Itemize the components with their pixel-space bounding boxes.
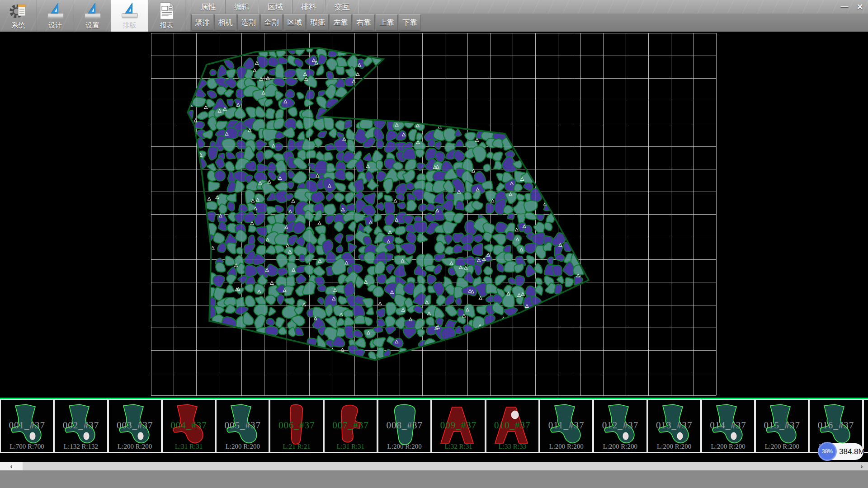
scroll-right-arrow-icon[interactable]: › (856, 462, 867, 470)
part-id-label: 007_#37 (325, 419, 377, 431)
part-count-label: L:31 R:31 (163, 443, 215, 450)
part-thumbnail[interactable]: 004_#37L:31 R:31 (162, 399, 216, 453)
part-count-label: L:31 R:31 (325, 443, 377, 450)
part-count-label: L:132 R:132 (55, 443, 107, 450)
memory-value: 384.8M (839, 443, 865, 460)
settings-button-label: 设置 (86, 21, 99, 30)
report-icon (157, 1, 177, 21)
part-id-label: 017_#37 (864, 419, 868, 431)
snap-left-button[interactable]: 左靠 (330, 14, 352, 31)
tab-nesting[interactable]: 排料 (292, 0, 326, 14)
part-hole (138, 432, 143, 440)
part-id-label: 008_#37 (378, 419, 430, 431)
layout-button-label: 排版 (123, 21, 137, 30)
part-id-label: 009_#37 (432, 419, 484, 431)
gear-icon (9, 1, 28, 21)
part-id-label: 016_#37 (810, 419, 862, 431)
action-button-row: 聚排 相机 选割 全割 区域 瑕疵 左靠 右靠 上靠 下靠 (190, 14, 868, 32)
part-count-label: L:33 R:33 (486, 443, 538, 450)
part-id-label: 012_#37 (594, 419, 646, 431)
toolbar: 系统 设计 设置 (0, 0, 868, 32)
snap-right-button[interactable]: 右靠 (353, 14, 375, 31)
part-hole (30, 432, 35, 440)
part-id-label: 004_#37 (163, 419, 215, 431)
part-id-label: 014_#37 (702, 419, 754, 431)
part-thumbnail[interactable]: 013_#37L:200 R:200 (647, 399, 701, 453)
part-count-label: L:200 R:200 (217, 443, 269, 450)
memory-badge: 38% 384.8M (818, 443, 863, 460)
part-count-label: L:200 R:200 (648, 443, 700, 450)
part-count-label: L:700 R:700 (1, 443, 53, 450)
part-thumbnail[interactable]: 002_#37L:132 R:132 (54, 399, 108, 453)
defect-button[interactable]: 瑕疵 (307, 14, 329, 31)
status-bar (0, 470, 868, 488)
part-thumbnail[interactable]: 015_#37L:200 R:200 (755, 399, 809, 453)
settings-button[interactable]: 设置 (74, 0, 111, 32)
part-thumbnail[interactable]: 003_#37L:200 R:200 (108, 399, 162, 453)
ruler-icon (46, 1, 66, 21)
minimize-button[interactable]: — (838, 1, 851, 12)
part-thumbnail[interactable]: 001_#37L:700 R:700 (0, 399, 54, 453)
design-button-label: 设计 (49, 21, 62, 30)
part-id-label: 003_#37 (109, 419, 161, 431)
part-id-label: 013_#37 (648, 419, 700, 431)
layout-button-active[interactable]: 排版 (111, 0, 148, 32)
part-hole (84, 432, 89, 440)
part-thumbnail[interactable]: 007_#37L:31 R:31 (324, 399, 377, 453)
part-hole (623, 432, 628, 440)
part-id-label: 002_#37 (55, 419, 107, 431)
ruler-icon (83, 1, 103, 21)
part-thumbnail[interactable]: 011_#37L:200 R:200 (539, 399, 593, 453)
part-count-label: L:200 R:200 (378, 443, 430, 450)
progress-badge: 38% (818, 442, 837, 461)
design-button[interactable]: 设计 (37, 0, 74, 32)
snap-top-button[interactable]: 上靠 (376, 14, 398, 31)
part-thumbnail[interactable]: 010_#37L:33 R:33 (486, 399, 539, 453)
part-count-label: L:32 R:31 (432, 443, 484, 450)
tab-properties[interactable]: 属性 (192, 0, 225, 14)
ruler-icon (120, 1, 140, 21)
scroll-left-arrow-icon[interactable]: ‹ (0, 462, 23, 470)
nesting-canvas[interactable] (0, 32, 868, 398)
camera-button[interactable]: 相机 (214, 14, 236, 31)
part-thumbnail[interactable]: 006_#37L:21 R:21 (269, 399, 323, 453)
report-button-label: 报表 (160, 21, 174, 30)
part-count-label: L:200 R:200 (702, 443, 754, 450)
part-thumbnail[interactable]: 012_#37L:200 R:200 (593, 399, 647, 453)
part-thumbnail[interactable]: 005_#37L:200 R:200 (216, 399, 269, 453)
part-id-label: 006_#37 (270, 419, 322, 431)
part-count-label: L:200 R:200 (756, 443, 808, 450)
horizontal-scrollbar[interactable]: ‹ › (0, 462, 868, 470)
part-id-label: 015_#37 (756, 419, 808, 431)
system-button[interactable]: 系统 (0, 0, 37, 32)
tab-interaction[interactable]: 交互 (326, 0, 359, 14)
part-count-label: L:21 R:21 (270, 443, 322, 450)
part-id-label: 011_#37 (540, 419, 592, 431)
region-button[interactable]: 区域 (283, 14, 306, 31)
part-thumbnail[interactable]: 008_#37L:200 R:200 (377, 399, 431, 453)
close-button[interactable]: ✕ (854, 1, 866, 12)
cut-all-button[interactable]: 全割 (260, 14, 283, 31)
report-button[interactable]: 报表 (148, 0, 185, 32)
part-thumbnail[interactable]: 014_#37L:200 R:200 (701, 399, 755, 453)
snap-bottom-button[interactable]: 下靠 (399, 14, 421, 31)
window-controls: — ✕ (838, 1, 866, 12)
part-count-label: L:200 R:200 (540, 443, 592, 450)
cluster-nest-button[interactable]: 聚排 (191, 14, 213, 31)
main-icon-buttons: 系统 设计 设置 (0, 0, 190, 32)
part-hole (511, 411, 519, 419)
part-hole (731, 432, 736, 440)
system-button-label: 系统 (12, 21, 25, 30)
tab-edit[interactable]: 编辑 (225, 0, 259, 14)
workspace (0, 32, 868, 398)
part-thumbnail[interactable]: 009_#37L:32 R:31 (431, 399, 485, 453)
part-count-label: L:200 R:200 (594, 443, 646, 450)
part-id-label: 001_#37 (1, 419, 53, 431)
part-hole (677, 432, 683, 440)
part-id-label: 005_#37 (217, 419, 269, 431)
parts-strip: 001_#37L:700 R:700002_#37L:132 R:132003_… (0, 399, 868, 462)
select-cut-button[interactable]: 选割 (237, 14, 259, 31)
app-window: 系统 设计 设置 (0, 0, 868, 488)
menu-tabs: 属性 编辑 区域 排料 交互 (192, 0, 359, 14)
tab-region[interactable]: 区域 (259, 0, 292, 14)
